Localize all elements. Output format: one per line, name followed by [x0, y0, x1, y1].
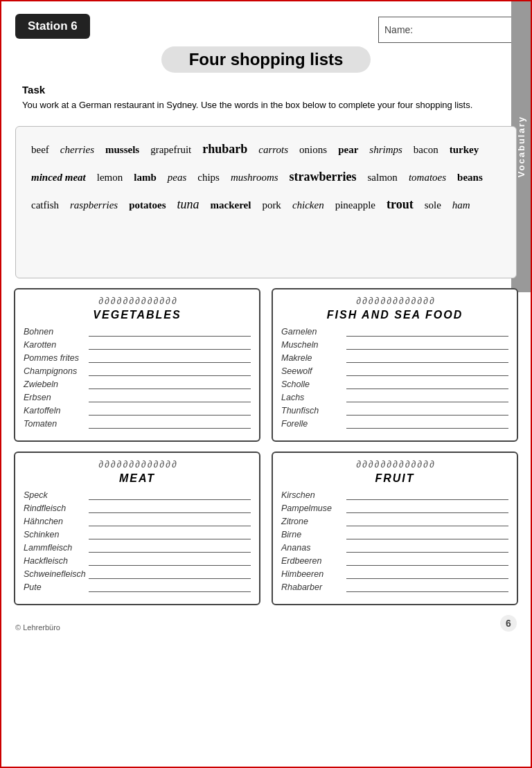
list-row: Pampelmuse [281, 503, 508, 513]
list-row-label: Erbsen [24, 393, 86, 402]
list-row-label: Rindfleisch [24, 503, 86, 513]
list-row-line [89, 340, 251, 350]
list-row-label: Hackfleisch [24, 556, 86, 566]
list-row-label: Erdbeeren [281, 556, 344, 566]
list-row-line [89, 582, 251, 592]
list-row-line [346, 406, 508, 416]
word-item: beans [454, 167, 486, 188]
list-row: Erbsen [24, 393, 251, 402]
lists-container: ∂ ∂ ∂ ∂ ∂ ∂ ∂ ∂ ∂ ∂ ∂ ∂ ∂VEGETABLESBohne… [1, 288, 531, 612]
word-item: trout [384, 192, 416, 217]
word-item: strawberries [287, 164, 360, 189]
word-item: sole [422, 195, 444, 215]
list-row: Schinken [24, 530, 251, 539]
list-row-line [89, 379, 251, 389]
word-item: tomatoes [406, 167, 449, 188]
list-row: Makrele [281, 353, 508, 363]
station-badge: Station 6 [15, 14, 90, 39]
list-row-label: Ananas [281, 543, 344, 553]
list-row-label: Forelle [281, 419, 344, 429]
list-row: Lammfleisch [24, 543, 251, 553]
list-title: VEGETABLES [24, 309, 251, 321]
word-item: ham [450, 195, 473, 215]
word-item: rhubarb [200, 136, 250, 161]
list-row-label: Rhabarber [281, 582, 344, 592]
list-row-line [346, 327, 508, 337]
list-row-line [89, 490, 251, 500]
list-row: Garnelen [281, 327, 508, 337]
task-heading: Task [22, 84, 510, 96]
list-row: Himbeeren [281, 569, 508, 579]
word-item: lamb [131, 167, 159, 188]
list-row-label: Zitrone [281, 517, 344, 526]
list-row-line [346, 517, 508, 526]
list-row: Speck [24, 490, 251, 500]
list-row-line [346, 340, 508, 350]
word-item: potatoes [126, 195, 168, 215]
list-row: Lachs [281, 393, 508, 402]
list-row: Ananas [281, 543, 508, 553]
page-title: Four shopping lists [161, 46, 371, 73]
list-row: Forelle [281, 419, 508, 429]
list-row: Zitrone [281, 517, 508, 526]
list-row-line [346, 582, 508, 592]
list-row-line [346, 530, 508, 539]
list-row-line [89, 517, 251, 526]
task-description: You work at a German restaurant in Sydne… [22, 98, 510, 112]
list-row-label: Pommes frites [24, 353, 86, 363]
list-row-label: Schweinefleisch [24, 569, 86, 579]
list-row: Bohnen [24, 327, 251, 337]
task-section: Task You work at a German restaurant in … [1, 80, 531, 119]
list-row-label: Makrele [281, 353, 344, 363]
list-row: Rindfleisch [24, 503, 251, 513]
word-item: lemon [94, 167, 126, 188]
list-row-label: Karotten [24, 340, 86, 350]
list-row-line [89, 543, 251, 553]
word-item: chips [195, 167, 222, 188]
word-item: catfish [28, 195, 62, 215]
list-row-line [346, 419, 508, 429]
list-row-line [346, 379, 508, 389]
word-item: mussels [103, 139, 142, 160]
list-row: Pute [24, 582, 251, 592]
list-row-line [89, 406, 251, 416]
list-row: Champignons [24, 366, 251, 376]
word-box: beefcherriesmusselsgrapefruitrhubarbcarr… [15, 126, 517, 278]
list-row-line [89, 353, 251, 363]
word-item: mackerel [208, 195, 254, 215]
list-row: Tomaten [24, 419, 251, 429]
title-area: Four shopping lists [15, 46, 517, 73]
list-row-line [346, 490, 508, 500]
list-row-label: Scholle [281, 379, 344, 389]
list-row-line [346, 503, 508, 513]
word-item: bacon [411, 139, 441, 160]
word-item: tuna [174, 192, 202, 217]
list-row-line [89, 419, 251, 429]
list-row: Kartoffeln [24, 406, 251, 416]
word-item: beef [28, 139, 52, 160]
list-row-label: Champignons [24, 366, 86, 376]
word-item: turkey [447, 139, 482, 160]
list-row: Birne [281, 530, 508, 539]
list-row-label: Garnelen [281, 327, 344, 337]
word-item: raspberries [67, 195, 121, 215]
word-item: minced meat [28, 167, 89, 188]
word-list: beefcherriesmusselsgrapefruitrhubarbcarr… [28, 136, 504, 217]
wavy-decoration: ∂ ∂ ∂ ∂ ∂ ∂ ∂ ∂ ∂ ∂ ∂ ∂ ∂ [281, 458, 508, 470]
list-row: Thunfisch [281, 406, 508, 416]
list-row-label: Seewolf [281, 366, 344, 376]
list-row-line [346, 393, 508, 402]
list-row-label: Birne [281, 530, 344, 539]
list-row-label: Lammfleisch [24, 543, 86, 553]
word-item: peas [165, 167, 190, 188]
list-row-line [89, 327, 251, 337]
list-row: Erdbeeren [281, 556, 508, 566]
list-card-fish: ∂ ∂ ∂ ∂ ∂ ∂ ∂ ∂ ∂ ∂ ∂ ∂ ∂FISH AND SEA FO… [272, 288, 518, 442]
vocabulary-label: Vocabulary [516, 116, 526, 177]
list-row-line [346, 569, 508, 579]
list-row-label: Himbeeren [281, 569, 344, 579]
header: Station 6 Name: [1, 1, 531, 46]
word-item: carrots [256, 139, 291, 160]
list-row: Hähnchen [24, 517, 251, 526]
list-row-label: Hähnchen [24, 517, 86, 526]
